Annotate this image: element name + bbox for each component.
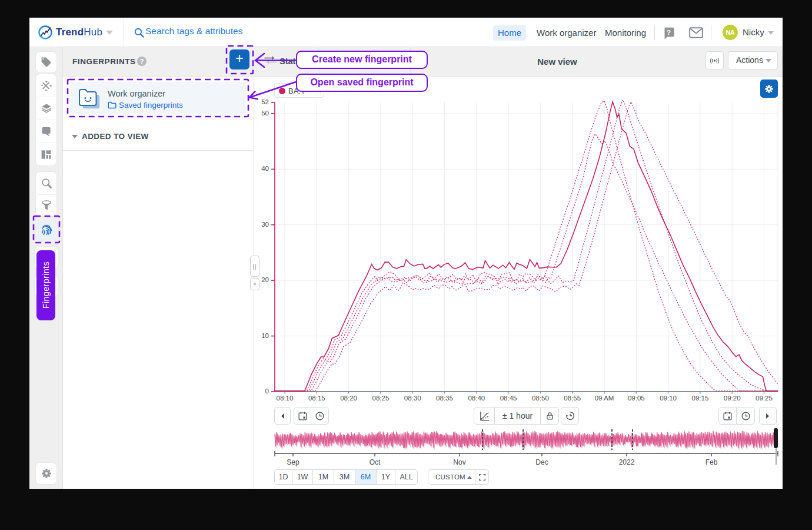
sidebar-group-tags <box>36 52 56 72</box>
time-range-button[interactable]: ± 1 hour <box>495 407 541 425</box>
swap-views-icon[interactable] <box>264 55 277 65</box>
y-tick-label: 0 <box>254 387 269 395</box>
zoom-preset-all[interactable]: ALL <box>395 469 418 485</box>
sidebar-item-comments[interactable] <box>36 120 56 143</box>
zoom-preset-6m[interactable]: 6M <box>355 469 377 485</box>
chart-settings-button[interactable] <box>760 80 778 98</box>
saved-fingerprints-link[interactable]: Saved fingerprints <box>108 101 183 110</box>
chart-gear-icon <box>764 84 774 94</box>
expand-icon <box>478 473 486 481</box>
calendar-icon <box>298 411 308 421</box>
yaxis-drag-handle[interactable]: || <box>250 256 259 277</box>
context-month-label: Dec <box>529 458 555 466</box>
user-name[interactable]: Nicky <box>743 27 764 37</box>
x-tick-label: 08:25 <box>368 395 394 402</box>
context-month-label: 2022 <box>614 458 640 466</box>
context-waveform <box>275 432 778 450</box>
y-tick-label: 52 <box>254 98 269 105</box>
fingerprint-icon <box>39 223 54 237</box>
help-icon[interactable]: ? <box>663 26 675 39</box>
lock-range-button[interactable] <box>541 407 559 425</box>
sidebar-item-tags[interactable] <box>36 52 56 72</box>
user-avatar[interactable]: NA <box>723 25 738 40</box>
nav-divider <box>654 25 655 40</box>
settings-gear-icon <box>41 468 52 479</box>
sidebar-item-search[interactable] <box>36 172 56 194</box>
mail-icon[interactable] <box>689 27 703 38</box>
pan-left-button[interactable] <box>274 407 291 425</box>
fingerprints-flyout-tab[interactable]: Fingerprints <box>36 250 55 320</box>
zoom-preset-1d[interactable]: 1D <box>274 469 292 485</box>
context-month-label: Sep <box>280 458 306 466</box>
custom-range-button[interactable]: CUSTOM <box>428 469 475 485</box>
app-logo[interactable]: TrendHub <box>56 26 102 38</box>
x-tick-label: 08:30 <box>400 395 425 402</box>
search-input[interactable] <box>145 26 381 37</box>
x-tick-label: 08:35 <box>432 395 458 402</box>
global-search <box>124 18 418 47</box>
added-to-view-section[interactable]: ADDED TO VIEW <box>72 131 242 142</box>
layers-icon <box>41 102 52 114</box>
nav-home[interactable]: Home <box>493 25 526 41</box>
section-collapse-caret-icon[interactable] <box>72 135 78 138</box>
calendar-icon <box>723 411 733 421</box>
live-mode-button[interactable] <box>705 51 724 69</box>
sidebar-group-tools <box>36 74 56 165</box>
context-waveform <box>275 431 777 449</box>
series-fingerprint-hull-1 <box>275 101 778 391</box>
context-position-line <box>776 448 777 465</box>
pan-right-button[interactable] <box>759 407 777 425</box>
zoom-preset-1m[interactable]: 1M <box>313 469 334 485</box>
zoom-preset-3m[interactable]: 3M <box>334 469 355 485</box>
sidebar-item-layers[interactable] <box>36 97 56 120</box>
actions-button[interactable]: Actions <box>728 51 778 69</box>
calendar-left-button[interactable] <box>294 407 311 425</box>
callout-create-fingerprint: Create new fingerprint <box>296 51 428 69</box>
fingerprints-panel-header: FINGERPRINTS ? + <box>63 47 254 77</box>
x-tick-label: 08:50 <box>527 395 553 402</box>
history-icon <box>565 410 575 421</box>
x-tick-label: 08:15 <box>304 395 330 402</box>
svg-text:?: ? <box>667 29 671 36</box>
desktop-background: TrendHub Home Work organizer Monitoring … <box>0 0 812 530</box>
compare-chart-button[interactable] <box>474 407 495 425</box>
logo-caret-icon[interactable] <box>106 31 113 35</box>
history-button[interactable] <box>561 407 579 425</box>
view-tab-label[interactable]: Stati <box>279 57 298 66</box>
time-left-button[interactable] <box>311 407 329 425</box>
zoom-preset-1w[interactable]: 1W <box>292 469 313 485</box>
x-tick-label: 08:45 <box>495 395 521 402</box>
module-sidebar: Fingerprints <box>29 47 63 489</box>
time-right-button[interactable] <box>737 407 755 425</box>
expand-range-button[interactable] <box>475 469 489 485</box>
context-scrubber-handle[interactable] <box>774 428 778 448</box>
sidebar-item-formulas[interactable] <box>36 74 56 97</box>
x-tick-label: 09:20 <box>719 395 745 402</box>
folder-small-icon <box>108 101 117 109</box>
calendar-right-button[interactable] <box>718 407 737 425</box>
work-organizer-item[interactable]: Work organizer Saved fingerprints <box>70 82 246 114</box>
actions-caret-icon <box>766 59 771 62</box>
live-broadcast-icon <box>709 57 720 65</box>
sidebar-item-fingerprints[interactable] <box>36 217 56 242</box>
tag-icon <box>41 57 52 68</box>
yaxis-close-button[interactable]: × <box>250 278 259 290</box>
y-tick-label: 30 <box>254 221 269 228</box>
sidebar-item-dashboards[interactable] <box>36 143 56 165</box>
zoom-preset-1y[interactable]: 1Y <box>377 469 395 485</box>
main-content: Stati New view Actions 010203040505208:1… <box>254 47 783 489</box>
nav-work-organizer[interactable]: Work organizer <box>532 25 601 41</box>
user-menu-caret-icon[interactable] <box>768 31 774 35</box>
create-fingerprint-button[interactable]: + <box>229 49 249 69</box>
x-tick-label: 09:05 <box>623 395 649 402</box>
y-tick-label: 50 <box>254 110 269 117</box>
nav-monitoring[interactable]: Monitoring <box>600 25 651 41</box>
sidebar-item-filter[interactable] <box>36 195 56 217</box>
search-module-icon <box>41 177 52 189</box>
series-fingerprint-hull-3 <box>275 100 778 391</box>
tag-color-dot <box>279 88 285 94</box>
panel-help-icon[interactable]: ? <box>137 57 147 66</box>
view-title: New view <box>528 57 587 67</box>
sidebar-group-search <box>36 172 56 216</box>
sidebar-item-settings[interactable] <box>36 463 56 484</box>
